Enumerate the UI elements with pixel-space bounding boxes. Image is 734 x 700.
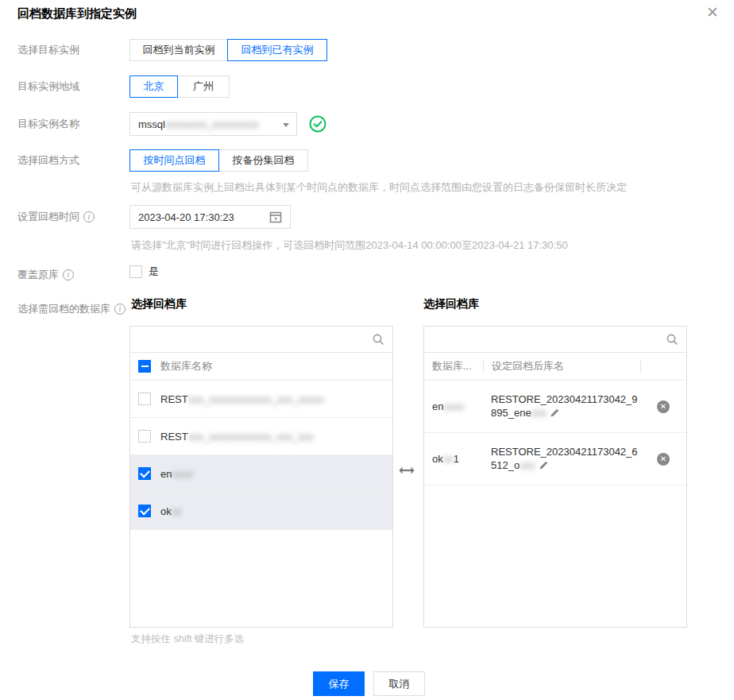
multi-select-hint: 支持按住 shift 键进行多选 <box>131 632 244 646</box>
target-col-dbname: 数据库... <box>424 359 483 373</box>
save-button[interactable]: 保存 <box>313 671 365 696</box>
overwrite-option-label: 是 <box>149 265 159 279</box>
search-icon[interactable] <box>372 333 384 346</box>
dialog-title: 回档数据库到指定实例 <box>17 6 137 21</box>
select-all-checkbox[interactable] <box>138 360 151 373</box>
target-col-newname: 设定回档后库名 <box>483 360 640 373</box>
source-search-input[interactable] <box>138 334 372 346</box>
source-table-header: 数据库名称 <box>130 353 392 381</box>
row-checkbox[interactable] <box>138 393 151 405</box>
table-row: enxxxx RESTORE_20230421173042_9895_enexx… <box>424 381 686 433</box>
cancel-button[interactable]: 取消 <box>373 671 425 696</box>
option-rollback-existing-instance[interactable]: 回档到已有实例 <box>227 39 327 61</box>
table-row[interactable]: okxx <box>130 493 392 530</box>
target-db-panel: 数据库... 设定回档后库名 enxxxx RESTORE_2023042117… <box>423 326 687 628</box>
search-icon[interactable] <box>666 333 678 346</box>
instance-name-select[interactable]: mssql xxxxxxxx_xxxxxxxxx <box>129 112 297 136</box>
option-region-beijing[interactable]: 北京 <box>129 75 178 98</box>
success-check-icon <box>309 115 326 136</box>
table-row[interactable]: RESTxxx_xxxxxxxxxxxx_xxx_xxxxx <box>130 381 392 418</box>
region-switch: 北京 广州 <box>129 75 230 98</box>
edit-pencil-icon[interactable] <box>539 460 549 474</box>
overwrite-checkbox-row: 是 <box>129 265 159 279</box>
target-instance-label: 选择目标实例 <box>17 39 79 61</box>
source-col-dbname: 数据库名称 <box>160 359 212 373</box>
option-rollback-current-instance[interactable]: 回档到当前实例 <box>129 39 228 61</box>
table-row[interactable]: RESTxxx_xxxxxxxxxxxx_xxx_xxx <box>130 418 392 455</box>
chevron-down-icon <box>283 123 289 127</box>
instance-name-value: mssql <box>138 118 165 130</box>
row-checkbox[interactable] <box>138 467 151 480</box>
edit-pencil-icon[interactable] <box>550 408 560 421</box>
option-rollback-by-backupset[interactable]: 按备份集回档 <box>218 149 308 172</box>
calendar-icon[interactable] <box>269 211 282 223</box>
target-instance-switch: 回档到当前实例 回档到已有实例 <box>129 39 327 61</box>
swap-arrow-icon <box>399 465 415 479</box>
rollback-mode-label: 选择回档方式 <box>17 149 79 172</box>
source-search-row <box>130 327 392 353</box>
rollback-time-input[interactable]: 2023-04-20 17:30:23 <box>129 205 291 229</box>
instance-name-label: 目标实例名称 <box>17 113 79 135</box>
rollback-dialog: 回档数据库到指定实例 ✕ 选择目标实例 回档到当前实例 回档到已有实例 目标实例… <box>0 0 734 700</box>
db-select-label: 选择需回档的数据库 i <box>17 298 126 320</box>
rollback-mode-description: 可从源数据库实例上回档出具体到某个时间点的数据库，时间点选择范围由您设置的日志备… <box>131 180 627 195</box>
region-label: 目标实例地域 <box>17 75 79 98</box>
target-search-input[interactable] <box>432 334 666 346</box>
info-icon[interactable]: i <box>114 304 126 315</box>
source-db-panel: 数据库名称 RESTxxx_xxxxxxxxxxxx_xxx_xxxxx RES… <box>129 326 393 628</box>
instance-name-redacted: xxxxxxxx_xxxxxxxxx <box>165 118 259 130</box>
row-checkbox[interactable] <box>138 430 151 443</box>
close-icon[interactable]: ✕ <box>706 3 719 22</box>
rollback-time-hint: 请选择"北京"时间进行回档操作，可选回档时间范围2023-04-14 00:00… <box>131 238 568 253</box>
overwrite-label: 覆盖原库 i <box>17 264 74 286</box>
target-table-header: 数据库... 设定回档后库名 <box>424 353 686 381</box>
rollback-mode-switch: 按时间点回档 按备份集回档 <box>129 149 308 172</box>
rollback-time-label: 设置回档时间 i <box>17 206 95 228</box>
info-icon[interactable]: i <box>83 211 95 222</box>
option-rollback-by-time[interactable]: 按时间点回档 <box>129 149 219 172</box>
overwrite-checkbox[interactable] <box>129 265 142 278</box>
row-checkbox[interactable] <box>138 505 151 517</box>
rollback-time-value: 2023-04-20 17:30:23 <box>138 211 234 223</box>
target-search-row <box>424 327 686 353</box>
info-icon[interactable]: i <box>63 269 74 280</box>
option-region-guangzhou[interactable]: 广州 <box>177 75 230 98</box>
table-row: okxx1 RESTORE_20230421173042_6512_oxxx ✕ <box>424 433 686 485</box>
remove-icon[interactable]: ✕ <box>657 453 670 466</box>
source-panel-title: 选择回档库 <box>131 297 187 311</box>
remove-icon[interactable]: ✕ <box>657 400 670 413</box>
table-row[interactable]: enxxxx <box>130 455 392 493</box>
target-panel-title: 选择回档库 <box>423 297 479 311</box>
